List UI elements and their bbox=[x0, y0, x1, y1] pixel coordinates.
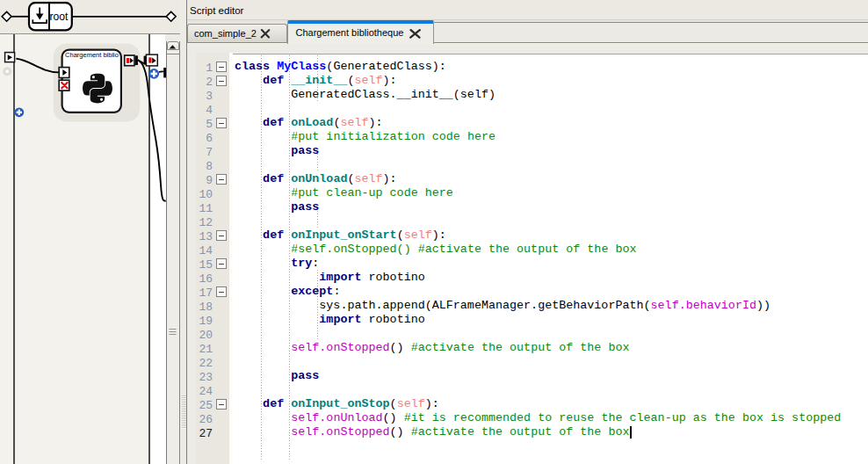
svg-text:Chargement biblio: Chargement biblio bbox=[65, 51, 119, 59]
svg-text:root: root bbox=[49, 11, 69, 23]
